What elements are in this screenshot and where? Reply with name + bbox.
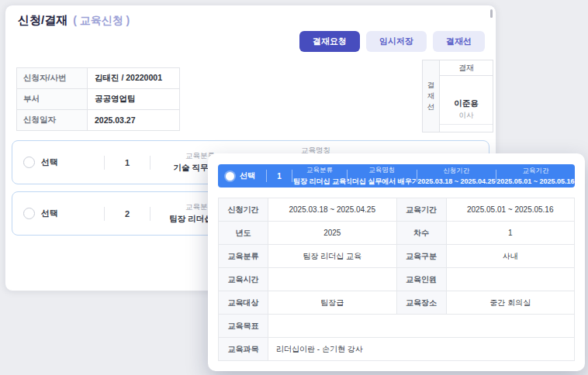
year-label: 년도: [219, 222, 268, 245]
table-row: 교육시간 교육인원: [219, 268, 575, 291]
place-value: 중간 회의실: [446, 291, 575, 315]
apply-period-value: 2025.03.18 ~ 2025.04.25: [417, 177, 495, 185]
radio-off-icon[interactable]: [23, 208, 35, 219]
approval-line-box: 결재선 결재 이준용 이사: [422, 60, 493, 132]
select-label: 선택: [240, 170, 255, 181]
applicant-id-label: 신청자/사번: [17, 68, 88, 89]
session-label: 차수: [396, 222, 446, 245]
row1-number: 1: [105, 158, 150, 167]
table-row: 부서 공공영업팀: [17, 89, 180, 110]
apply-period-label: 신청기간: [219, 198, 268, 222]
selected-course-header[interactable]: 선택 1 교육분류 팀장 리더십 교육 교육명칭 리더십 실무에서 배우기 신청…: [218, 164, 575, 188]
approval-line-vertical-label: 결재선: [422, 60, 440, 132]
applicant-id-value: 김태진 / 20220001: [88, 68, 180, 89]
category-value: 팀장 리더십 교육: [293, 177, 346, 187]
table-row: 교육목표: [219, 315, 575, 338]
department-label: 부서: [17, 89, 88, 110]
place-label: 교육장소: [396, 291, 446, 315]
table-row: 신청자/사번 김태진 / 20220001: [17, 68, 180, 89]
target-value: 팀장급: [268, 291, 397, 315]
radio-on-icon[interactable]: [226, 172, 234, 181]
screen: 신청/결재 ( 교육신청 ) 결재요청 임시저장 결재선 신청자/사번 김태진 …: [0, 0, 588, 375]
row2-number: 2: [105, 209, 150, 218]
course-name-value: 리더십 실무에서 배우기: [348, 177, 417, 187]
approval-request-button[interactable]: 결재요청: [299, 31, 360, 52]
apply-date-label: 신청일자: [17, 110, 88, 131]
page-title-main: 신청/결재: [18, 13, 67, 28]
course-detail-panel: 선택 1 교육분류 팀장 리더십 교육 교육명칭 리더십 실무에서 배우기 신청…: [208, 153, 585, 371]
capacity-value: [446, 268, 575, 291]
subject-value: 리더십이란 - 손기현 강사: [268, 338, 575, 361]
approver-name: 이준용: [454, 98, 479, 109]
table-row: 교육과목 리더십이란 - 손기현 강사: [219, 338, 575, 361]
subject-label: 교육과목: [219, 338, 268, 361]
row1-select-cell[interactable]: 선택: [12, 157, 104, 168]
header-course-name-cell: 교육명칭 리더십 실무에서 배우기: [348, 166, 417, 187]
goal-label: 교육목표: [219, 315, 268, 338]
course-period-label: 교육기간: [396, 198, 446, 222]
approver-sign-cell: 이준용 이사: [440, 76, 493, 125]
header-category-cell: 교육분류 팀장 리더십 교육: [292, 166, 347, 187]
target-label: 교육대상: [219, 291, 268, 315]
category-header: 교육분류: [306, 166, 333, 175]
type-value: 사내: [446, 245, 575, 268]
approval-column: 결재 이준용 이사: [440, 60, 493, 132]
table-row: 교육분류 팀장 리더십 교육 교육구분 사내: [219, 245, 575, 268]
temp-save-button[interactable]: 임시저장: [366, 31, 427, 52]
scrollbar-thumb[interactable]: [490, 9, 493, 18]
radio-off-icon[interactable]: [23, 157, 35, 168]
hours-label: 교육시간: [219, 268, 268, 291]
approval-column-header: 결재: [440, 60, 493, 76]
table-row: 교육대상 팀장급 교육장소 중간 회의실: [219, 291, 575, 315]
course-name-header: 교육명칭: [368, 166, 395, 175]
apply-date-value: 2025.03.27: [88, 110, 180, 131]
category-value: 팀장 리더십 교육: [268, 245, 397, 268]
category-label: 교육분류: [219, 245, 268, 268]
hours-value: [268, 268, 397, 291]
type-label: 교육구분: [396, 245, 446, 268]
department-value: 공공영업팀: [88, 89, 180, 110]
table-row: 신청기간 2025.03.18 ~ 2025.04.25 교육기간 2025.0…: [219, 198, 575, 222]
course-period-value: 2025.05.01 ~ 2025.05.16: [496, 177, 574, 185]
goal-value: [268, 315, 575, 338]
header-course-period-cell: 교육기간 2025.05.01 ~ 2025.05.16: [496, 167, 575, 185]
selected-row-select-cell[interactable]: 선택: [218, 170, 266, 181]
select-label: 선택: [41, 157, 58, 168]
approval-footer-cell: [440, 125, 493, 132]
course-detail-table: 신청기간 2025.03.18 ~ 2025.04.25 교육기간 2025.0…: [218, 198, 575, 361]
header-apply-period-cell: 신청기간 2025.03.18 ~ 2025.04.25: [417, 167, 496, 185]
capacity-label: 교육인원: [396, 268, 446, 291]
course-period-header: 교육기간: [522, 167, 548, 176]
course-period-value: 2025.05.01 ~ 2025.05.16: [446, 198, 575, 222]
session-value: 1: [446, 222, 575, 245]
toolbar: 결재요청 임시저장 결재선: [299, 31, 485, 52]
apply-period-header: 신청기간: [443, 167, 469, 176]
selected-row-number: 1: [267, 172, 292, 181]
year-value: 2025: [268, 222, 397, 245]
page-title: 신청/결재 ( 교육신청 ): [18, 13, 130, 28]
approver-title: 이사: [459, 111, 474, 121]
page-title-sub: ( 교육신청 ): [73, 14, 130, 28]
approval-line-button[interactable]: 결재선: [433, 31, 485, 52]
row2-select-cell[interactable]: 선택: [12, 208, 104, 219]
applicant-info-table: 신청자/사번 김태진 / 20220001 부서 공공영업팀 신청일자 2025…: [16, 67, 180, 131]
apply-period-value: 2025.03.18 ~ 2025.04.25: [268, 198, 397, 222]
select-label: 선택: [41, 208, 58, 219]
table-row: 신청일자 2025.03.27: [17, 110, 180, 131]
table-row: 년도 2025 차수 1: [219, 222, 575, 245]
